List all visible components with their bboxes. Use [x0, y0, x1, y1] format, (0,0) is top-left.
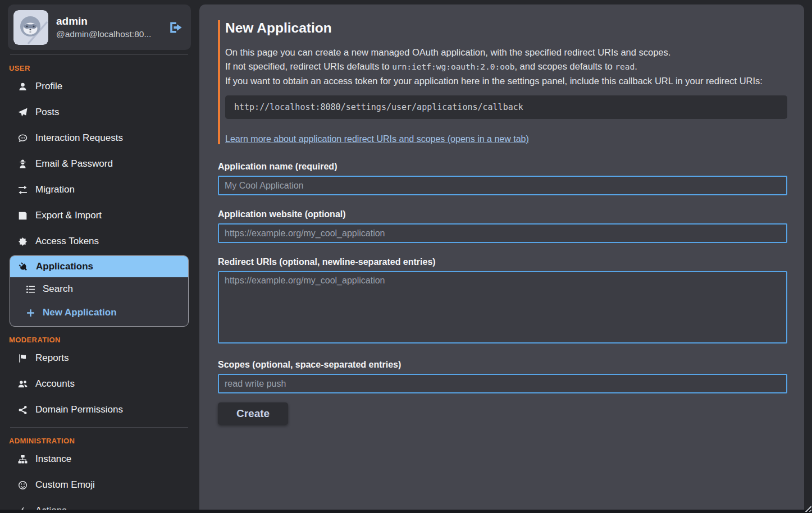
sidebar-item-email-password[interactable]: Email & Password [0, 151, 199, 177]
sidebar: admin @admin@localhost:80... USER Profil… [0, 0, 199, 510]
application-name-label: Application name (required) [218, 162, 787, 172]
share-nodes-icon [17, 405, 28, 415]
redirect-uris-textarea[interactable] [218, 271, 787, 343]
user-icon [17, 82, 28, 91]
sidebar-item-label: Profile [35, 81, 62, 92]
scopes-label: Scopes (optional, space-separated entrie… [218, 360, 787, 370]
sidebar-item-label: Reports [35, 352, 69, 364]
certificate-badge-icon [17, 237, 28, 246]
field-application-website: Application website (optional) [218, 209, 787, 243]
sidebar-item-label: Accounts [35, 378, 75, 390]
avatar [13, 10, 48, 45]
flag-icon [17, 354, 28, 363]
sidebar-item-label: New Application [43, 307, 117, 318]
list-icon [25, 285, 36, 294]
inline-code-read: read [615, 62, 635, 71]
scopes-input[interactable] [218, 374, 787, 393]
exchange-arrows-icon [17, 185, 28, 195]
application-website-label: Application website (optional) [218, 209, 787, 219]
main-panel: New Application On this page you can cre… [199, 4, 804, 510]
sidebar-item-domain-permissions[interactable]: Domain Permissions [0, 397, 199, 423]
sidebar-item-new-application[interactable]: New Application [10, 301, 188, 326]
learn-more-link[interactable]: Learn more about application redirect UR… [225, 134, 529, 144]
sidebar-item-label: Applications [36, 261, 93, 272]
new-application-form: Application name (required) Application … [218, 162, 787, 425]
sidebar-item-label: Interaction Requests [35, 132, 123, 144]
description-line-3: If you want to obtain an access token fo… [225, 74, 787, 88]
sidebar-item-label: Search [43, 283, 73, 295]
divider [10, 427, 188, 428]
sitemap-icon [17, 455, 28, 464]
application-name-input[interactable] [218, 176, 787, 195]
sign-out-icon[interactable] [168, 20, 183, 35]
sidebar-item-label: Instance [35, 454, 71, 465]
comment-dots-icon [17, 134, 28, 143]
user-names: admin @admin@localhost:80... [56, 15, 151, 39]
sidebar-nav: USER Profile Posts Interaction Requests … [0, 64, 199, 513]
sidebar-item-access-tokens[interactable]: Access Tokens [0, 228, 199, 254]
application-website-input[interactable] [218, 223, 787, 243]
plug-icon [17, 262, 29, 272]
page-title: New Application [225, 20, 787, 36]
sidebar-item-applications-search[interactable]: Search [10, 277, 188, 301]
page-header: New Application On this page you can cre… [218, 20, 787, 144]
applications-block: Applications Search New Application [10, 255, 189, 327]
page-description: On this page you can create a new manage… [225, 45, 787, 88]
users-icon [17, 379, 28, 389]
sidebar-item-accounts[interactable]: Accounts [0, 371, 199, 397]
section-header-administration: ADMINISTRATION [9, 437, 199, 445]
sidebar-item-label: Posts [35, 107, 60, 118]
sidebar-item-migration[interactable]: Migration [0, 177, 199, 203]
sidebar-item-applications[interactable]: Applications [10, 256, 188, 277]
field-scopes: Scopes (optional, space-separated entrie… [218, 360, 787, 393]
sidebar-item-posts[interactable]: Posts [0, 99, 199, 125]
sidebar-item-instance[interactable]: Instance [0, 446, 199, 472]
sidebar-item-label: Custom Emoji [35, 479, 95, 491]
sidebar-item-interaction-requests[interactable]: Interaction Requests [0, 125, 199, 151]
description-line-1: On this page you can create a new manage… [225, 45, 787, 59]
paper-plane-icon [17, 108, 28, 117]
field-application-name: Application name (required) [218, 162, 787, 195]
sidebar-item-label: Access Tokens [35, 236, 99, 247]
user-card: admin @admin@localhost:80... [8, 4, 191, 50]
floppy-disk-icon [17, 211, 28, 221]
sidebar-item-export-import[interactable]: Export & Import [0, 203, 199, 228]
user-handle: @admin@localhost:80... [56, 29, 151, 39]
divider [10, 54, 188, 55]
user-name: admin [56, 15, 151, 28]
smiley-icon [17, 480, 28, 490]
section-header-moderation: MODERATION [9, 336, 199, 344]
callback-url-codeblock: http://localhost:8080/settings/user/appl… [225, 95, 787, 119]
inline-code-oob: urn:ietf:wg:oauth:2.0:oob [392, 62, 514, 71]
sidebar-item-label: Domain Permissions [35, 404, 123, 415]
sidebar-item-reports[interactable]: Reports [0, 345, 199, 371]
sidebar-item-custom-emoji[interactable]: Custom Emoji [0, 472, 199, 498]
plus-icon [25, 308, 36, 318]
create-button[interactable]: Create [218, 402, 288, 425]
sidebar-item-label: Export & Import [35, 210, 102, 221]
sidebar-item-label: Email & Password [35, 158, 113, 170]
section-header-user: USER [9, 64, 199, 72]
user-secret-icon [17, 159, 28, 169]
description-line-2: If not specified, redirect URIs defaults… [225, 59, 787, 74]
sidebar-item-label: Migration [35, 184, 75, 195]
field-redirect-uris: Redirect URIs (optional, newline-separat… [218, 257, 787, 346]
sidebar-item-profile[interactable]: Profile [0, 74, 199, 99]
page-bottom-gutter [0, 510, 812, 513]
redirect-uris-label: Redirect URIs (optional, newline-separat… [218, 257, 787, 267]
